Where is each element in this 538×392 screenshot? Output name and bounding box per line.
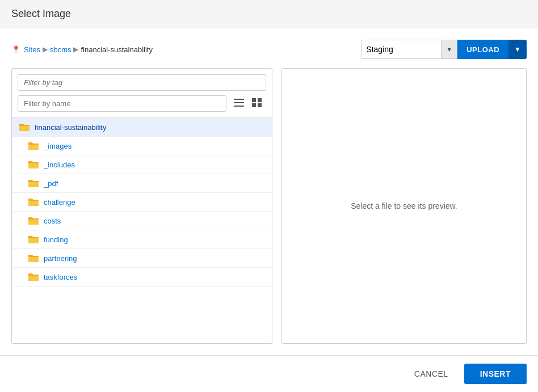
folder-item[interactable]: _images — [12, 137, 272, 155]
svg-rect-1 — [234, 102, 244, 103]
folder-icon — [28, 179, 39, 188]
grid-view-button[interactable] — [248, 96, 266, 111]
filter-tag-input[interactable] — [18, 74, 266, 91]
file-list: financial-sustainability _images _includ… — [12, 118, 272, 343]
upload-button[interactable]: UPLOAD — [457, 40, 508, 59]
folder-name: financial-sustainability — [35, 123, 106, 132]
folder-name: funding — [44, 235, 68, 244]
preview-panel: Select a file to see its preview. — [281, 68, 527, 344]
filter-name-input[interactable] — [18, 95, 226, 112]
preview-empty-message: Select a file to see its preview. — [351, 201, 457, 210]
upload-dropdown-button[interactable]: ▼ — [508, 40, 527, 59]
insert-button[interactable]: INSERT — [464, 364, 527, 384]
svg-rect-2 — [234, 106, 244, 107]
folder-icon — [28, 160, 39, 169]
view-toggle — [230, 96, 266, 111]
folder-item[interactable]: costs — [12, 212, 272, 230]
folder-icon — [28, 216, 39, 225]
folder-icon — [28, 235, 39, 244]
svg-rect-0 — [234, 99, 244, 100]
svg-rect-4 — [258, 98, 262, 102]
filter-section — [12, 69, 272, 118]
folder-name: costs — [44, 217, 61, 225]
env-select-arrow-icon: ▼ — [441, 40, 457, 58]
folder-name: partnering — [44, 254, 77, 263]
environment-select[interactable]: Staging Live Dev — [362, 40, 441, 58]
folder-name: _images — [44, 142, 72, 150]
dialog-title: Select Image — [11, 8, 71, 19]
svg-rect-3 — [252, 98, 256, 102]
main-content: 📍 Sites ▶ sbcms ▶ financial-sustainabili… — [0, 28, 538, 355]
folder-icon — [28, 197, 39, 206]
folder-icon — [28, 141, 39, 150]
list-view-button[interactable] — [230, 96, 248, 111]
left-panel: financial-sustainability _images _includ… — [11, 68, 272, 344]
breadcrumb-current: financial-sustainability — [81, 45, 152, 54]
folder-item[interactable]: funding — [12, 230, 272, 249]
breadcrumb-sep-1: ▶ — [43, 45, 48, 53]
filter-name-row — [18, 95, 266, 112]
breadcrumb-sites[interactable]: Sites — [24, 45, 40, 54]
breadcrumb-sbcms[interactable]: sbcms — [50, 45, 72, 54]
dialog-header: Select Image — [0, 0, 538, 28]
folder-icon — [28, 272, 39, 281]
breadcrumb-sep-2: ▶ — [73, 45, 78, 53]
breadcrumb: 📍 Sites ▶ sbcms ▶ financial-sustainabili… — [11, 45, 153, 54]
folder-item[interactable]: financial-sustainability — [12, 118, 272, 137]
folder-name: challenge — [44, 198, 75, 206]
folder-item[interactable]: _includes — [12, 155, 272, 174]
folder-icon — [28, 254, 39, 263]
folder-name: _pdf — [44, 179, 58, 188]
folder-item[interactable]: partnering — [12, 249, 272, 268]
folder-name: _includes — [44, 161, 75, 169]
location-pin-icon: 📍 — [11, 45, 20, 54]
folder-item[interactable]: _pdf — [12, 174, 272, 193]
upload-button-group: UPLOAD ▼ — [457, 40, 527, 59]
folder-name: taskforces — [44, 273, 77, 281]
top-bar-right: Staging Live Dev ▼ UPLOAD ▼ — [361, 40, 527, 59]
folder-item[interactable]: challenge — [12, 193, 272, 212]
footer: CANCEL INSERT — [0, 355, 538, 392]
folder-item[interactable]: taskforces — [12, 268, 272, 286]
cancel-button[interactable]: CANCEL — [405, 365, 457, 383]
panels-container: financial-sustainability _images _includ… — [11, 68, 527, 344]
svg-rect-5 — [252, 103, 256, 107]
top-bar: 📍 Sites ▶ sbcms ▶ financial-sustainabili… — [11, 40, 527, 59]
folder-icon — [19, 123, 30, 132]
svg-rect-6 — [258, 103, 262, 107]
environment-selector[interactable]: Staging Live Dev ▼ — [361, 40, 457, 59]
